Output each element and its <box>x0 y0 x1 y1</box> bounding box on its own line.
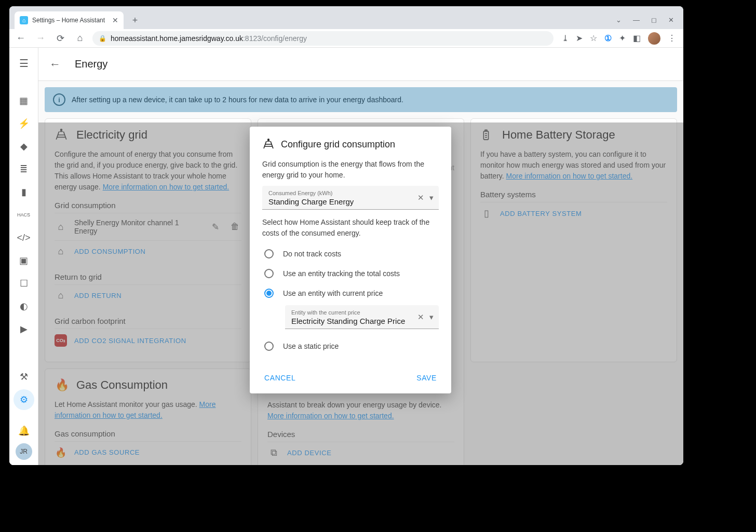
nav-back-icon[interactable]: ← <box>14 31 28 46</box>
rail-logbook-icon[interactable]: ≣ <box>14 159 34 180</box>
rail-devtools-icon[interactable]: ⚒ <box>14 366 34 387</box>
send-icon[interactable]: ➤ <box>576 33 583 43</box>
maximize-icon[interactable]: ◻ <box>651 16 657 24</box>
field-value: Electricity Standing Charge Price <box>291 317 433 325</box>
radio-icon <box>264 269 274 278</box>
add-gas-row[interactable]: 🔥 ADD GAS SOURCE <box>55 441 241 463</box>
card-title: Electricity grid <box>76 128 147 142</box>
rail-calendar-icon[interactable]: ☐ <box>14 273 34 294</box>
radio-no-track[interactable]: Do not track costs <box>262 244 439 264</box>
delete-icon[interactable]: 🗑 <box>228 220 241 234</box>
radio-label: Do not track costs <box>283 250 341 258</box>
dialog-intro: Grid consumption is the energy that flow… <box>262 159 439 181</box>
radio-static-price[interactable]: Use a static price <box>262 336 439 356</box>
rail-terminal-icon[interactable]: ▣ <box>14 250 34 271</box>
field-value: Standing Charge Energy <box>268 197 433 206</box>
toolbar-icons: ⤓ ➤ ☆ ① ✦ ◧ ⋮ <box>559 32 679 45</box>
rail-history-icon[interactable]: ▮ <box>14 182 34 202</box>
section-battery-systems: Battery systems <box>480 190 667 199</box>
menu-icon[interactable]: ⋮ <box>668 33 676 43</box>
section-devices: Devices <box>267 430 454 439</box>
extensions-icon[interactable]: ✦ <box>619 33 626 43</box>
section-grid-consumption: Grid consumption <box>55 201 241 210</box>
url-field[interactable]: 🔒 homeassistant.home.jamesridgway.co.uk:… <box>92 31 554 46</box>
rail-notifications-icon[interactable]: 🔔 <box>14 420 34 441</box>
save-button[interactable]: SAVE <box>414 371 439 385</box>
profile-avatar[interactable] <box>648 32 660 45</box>
add-return-button[interactable]: ADD RETURN <box>74 292 122 299</box>
rail-energy-icon[interactable]: ⚡ <box>14 113 34 134</box>
onepassword-icon[interactable]: ① <box>604 33 612 43</box>
add-device-button[interactable]: ADD DEVICE <box>287 449 331 457</box>
cancel-button[interactable]: CANCEL <box>262 371 298 385</box>
rail-vscode-icon[interactable]: </> <box>14 227 34 248</box>
card-desc: If you have a battery system, you can co… <box>480 149 667 182</box>
price-entity-field[interactable]: Entity with the current price Electricit… <box>285 305 439 329</box>
consumption-item-label: Shelly Energy Monitor channel 1 Energy <box>74 219 203 235</box>
sidebar-rail: ☰ ▦ ⚡ ◆ ≣ ▮ HACS </> ▣ ☐ ◐ ▶ ⚒ ⚙ 🔔 JR <box>9 48 38 465</box>
rail-map-icon[interactable]: ◆ <box>14 136 34 157</box>
browser-window: ⌂ Settings – Home Assistant ✕ + ⌄ — ◻ ✕ … <box>9 6 683 465</box>
edit-icon[interactable]: ✎ <box>210 220 221 235</box>
back-button[interactable]: ← <box>45 54 65 75</box>
clear-icon[interactable]: ✕ <box>417 312 424 322</box>
topbar: ← Energy <box>38 48 683 81</box>
fire-icon: 🔥 <box>55 378 69 392</box>
address-bar: ← → ⟳ ⌂ 🔒 homeassistant.home.jamesridgwa… <box>9 29 683 48</box>
add-co2-button[interactable]: ADD CO2 SIGNAL INTEGRATION <box>74 337 186 345</box>
svg-rect-2 <box>485 130 487 131</box>
browser-tab[interactable]: ⌂ Settings – Home Assistant ✕ <box>15 11 124 29</box>
add-device-row[interactable]: ⧉ ADD DEVICE <box>267 442 454 463</box>
co2-icon: CO₂ <box>55 334 67 347</box>
add-battery-button[interactable]: ADD BATTERY SYSTEM <box>500 210 582 217</box>
rail-dashboard-icon[interactable]: ▦ <box>14 90 34 111</box>
install-icon[interactable]: ⤓ <box>562 33 569 43</box>
clear-icon[interactable]: ✕ <box>417 193 424 202</box>
rail-hacs-icon[interactable]: HACS <box>14 204 34 225</box>
tab-strip: ⌂ Settings – Home Assistant ✕ + ⌄ — ◻ ✕ <box>9 6 683 29</box>
rail-media-icon[interactable]: ◐ <box>14 296 34 317</box>
consumption-row: ⌂ Shelly Energy Monitor channel 1 Energy… <box>55 213 241 240</box>
reload-icon[interactable]: ⟳ <box>53 31 68 46</box>
rail-play-icon[interactable]: ▶ <box>14 319 34 339</box>
home-export-icon: ⌂ <box>55 290 67 301</box>
card-desc: Configure the amount of energy that you … <box>55 149 241 193</box>
new-tab-button[interactable]: + <box>128 13 142 28</box>
add-consumption-row[interactable]: ⌂ ADD CONSUMPTION <box>55 240 241 262</box>
hamburger-icon[interactable]: ☰ <box>14 53 34 74</box>
minimize-icon[interactable]: — <box>633 16 640 24</box>
card-desc: Assistant to break down your energy usag… <box>267 400 454 421</box>
section-gas-consumption: Gas consumption <box>55 429 241 438</box>
add-co2-row[interactable]: CO₂ ADD CO2 SIGNAL INTEGRATION <box>55 329 241 352</box>
card-battery: Home Battery Storage If you have a batte… <box>470 118 677 362</box>
more-info-link[interactable]: More information on how to get started. <box>103 183 230 191</box>
rail-user-badge[interactable]: JR <box>16 443 32 460</box>
more-info-link[interactable]: More information on how to get started. <box>506 172 633 180</box>
fire-icon: 🔥 <box>55 447 67 458</box>
more-info-link[interactable]: More information on how to get started. <box>267 412 394 420</box>
chevron-down-icon[interactable]: ⌄ <box>616 16 622 24</box>
sidepanel-icon[interactable]: ◧ <box>633 33 641 43</box>
dialog-subhead: Select how Home Assistant should keep tr… <box>262 217 439 239</box>
battery-icon <box>480 128 495 142</box>
add-battery-row[interactable]: ▯ ADD BATTERY SYSTEM <box>480 202 667 224</box>
dropdown-icon[interactable]: ▾ <box>429 193 434 202</box>
info-text: After setting up a new device, it can ta… <box>72 96 403 104</box>
star-icon[interactable]: ☆ <box>590 33 597 43</box>
add-consumption-button[interactable]: ADD CONSUMPTION <box>74 248 146 255</box>
close-window-icon[interactable]: ✕ <box>668 16 674 24</box>
close-tab-icon[interactable]: ✕ <box>112 16 118 24</box>
nav-forward-icon[interactable]: → <box>33 31 48 46</box>
rail-settings-icon[interactable]: ⚙ <box>14 389 34 410</box>
radio-entity-current-price[interactable]: Use an entity with current price <box>262 283 439 303</box>
info-banner: i After setting up a new device, it can … <box>45 87 677 112</box>
add-return-row[interactable]: ⌂ ADD RETURN <box>55 284 241 306</box>
add-gas-button[interactable]: ADD GAS SOURCE <box>74 448 140 456</box>
radio-entity-total[interactable]: Use an entity tracking the total costs <box>262 264 439 283</box>
consumed-energy-field[interactable]: Consumed Energy (kWh) Standing Charge En… <box>262 186 439 210</box>
home-icon[interactable]: ⌂ <box>73 31 87 46</box>
pylon-icon <box>262 138 275 151</box>
home-import-icon: ⌂ <box>55 246 67 257</box>
dropdown-icon[interactable]: ▾ <box>429 312 434 322</box>
pylon-icon <box>55 128 69 142</box>
